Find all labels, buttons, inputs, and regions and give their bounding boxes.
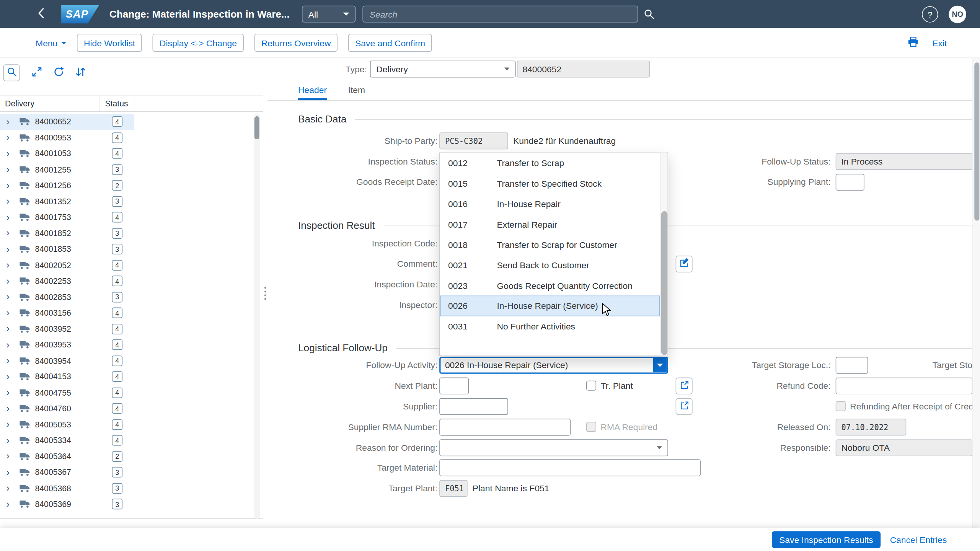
worklist-row[interactable]: › 84001053 4 bbox=[0, 146, 134, 162]
worklist-row[interactable]: › 84005364 2 bbox=[0, 448, 134, 465]
combobox-dropdown-button[interactable] bbox=[653, 358, 667, 372]
chevron-right-icon[interactable]: › bbox=[6, 308, 14, 318]
worklist-row[interactable]: › 84005369 3 bbox=[0, 496, 134, 512]
shell-search-field[interactable] bbox=[363, 6, 638, 23]
worklist-row[interactable]: › 84003954 4 bbox=[0, 353, 134, 369]
chevron-right-icon[interactable]: › bbox=[6, 388, 14, 398]
returns-overview-button[interactable]: Returns Overview bbox=[254, 34, 338, 52]
sort-button[interactable] bbox=[72, 64, 90, 82]
worklist-row[interactable]: › 84004755 4 bbox=[0, 385, 134, 401]
back-button[interactable] bbox=[33, 6, 49, 22]
display-change-button[interactable]: Display <-> Change bbox=[153, 34, 244, 52]
dropdown-item[interactable]: 0015 Transfer to Specified Stock bbox=[440, 173, 660, 194]
next-plant-input[interactable] bbox=[439, 377, 469, 394]
rma-required-checkbox[interactable] bbox=[586, 422, 596, 432]
worklist-row[interactable]: › 84003952 4 bbox=[0, 321, 134, 337]
refresh-button[interactable] bbox=[50, 64, 68, 82]
worklist-row[interactable]: › 84003953 4 bbox=[0, 337, 134, 353]
chevron-right-icon[interactable]: › bbox=[6, 165, 14, 174]
chevron-right-icon[interactable]: › bbox=[6, 212, 14, 222]
menu-button[interactable]: Menu bbox=[36, 38, 66, 48]
dropdown-item[interactable]: 0016 In-House Repair bbox=[440, 194, 660, 214]
chevron-right-icon[interactable]: › bbox=[6, 244, 14, 254]
search-icon[interactable] bbox=[644, 9, 655, 20]
target-storage-loc-input[interactable] bbox=[836, 357, 868, 373]
chevron-right-icon[interactable]: › bbox=[6, 228, 14, 238]
refunding-checkbox[interactable] bbox=[836, 401, 846, 411]
worklist-row[interactable]: › 84005334 4 bbox=[0, 432, 134, 448]
search-scope-select[interactable]: All bbox=[302, 6, 355, 23]
chevron-right-icon[interactable]: › bbox=[6, 340, 14, 350]
chevron-right-icon[interactable]: › bbox=[6, 260, 14, 270]
chevron-right-icon[interactable]: › bbox=[6, 117, 14, 127]
worklist-row[interactable]: › 84003156 4 bbox=[0, 305, 134, 321]
worklist-row[interactable]: › 84004760 4 bbox=[0, 401, 134, 417]
worklist-row[interactable]: › 84004153 4 bbox=[0, 369, 134, 385]
dropdown-item[interactable]: 0012 Transfer to Scrap bbox=[440, 153, 660, 173]
dropdown-scrollbar-thumb[interactable] bbox=[661, 211, 667, 355]
worklist-row[interactable]: › 84005367 3 bbox=[0, 465, 134, 481]
dropdown-item[interactable]: 0018 Transfer to Scrap for Customer bbox=[440, 235, 660, 255]
chevron-right-icon[interactable]: › bbox=[6, 404, 14, 414]
chevron-right-icon[interactable]: › bbox=[6, 181, 14, 191]
supplying-plant-input[interactable] bbox=[836, 173, 864, 190]
worklist-row[interactable]: › 84001753 4 bbox=[0, 209, 134, 225]
worklist-row[interactable]: › 84002052 4 bbox=[0, 257, 134, 273]
supplier-value-help-button[interactable] bbox=[676, 398, 693, 415]
tab-item[interactable]: Item bbox=[348, 85, 365, 100]
column-header-delivery[interactable]: Delivery bbox=[0, 96, 100, 111]
worklist-scrollbar[interactable] bbox=[254, 114, 260, 518]
chevron-right-icon[interactable]: › bbox=[6, 196, 14, 206]
dropdown-item[interactable]: 0031 No Further Activities bbox=[440, 316, 660, 336]
expand-arrows-button[interactable] bbox=[28, 64, 46, 82]
tab-header[interactable]: Header bbox=[298, 85, 327, 100]
save-inspection-results-button[interactable]: Save Inspection Results bbox=[772, 531, 881, 548]
print-icon[interactable] bbox=[907, 36, 918, 49]
follow-up-activity-combobox[interactable]: 0026 In-House Repair (Service) bbox=[439, 357, 668, 373]
save-and-confirm-button[interactable]: Save and Confirm bbox=[348, 34, 432, 52]
main-scrollbar[interactable] bbox=[972, 58, 980, 528]
chevron-right-icon[interactable]: › bbox=[6, 372, 14, 381]
supplier-rma-input[interactable] bbox=[439, 418, 571, 435]
dropdown-item[interactable]: 0017 External Repair bbox=[440, 214, 660, 235]
worklist-row[interactable]: › 84001352 3 bbox=[0, 194, 134, 210]
worklist-row[interactable]: › 84001255 3 bbox=[0, 161, 134, 178]
help-button[interactable]: ? bbox=[922, 6, 938, 22]
target-material-input[interactable] bbox=[439, 459, 701, 476]
panel-splitter[interactable] bbox=[263, 58, 267, 528]
hide-worklist-button[interactable]: Hide Worklist bbox=[77, 34, 142, 52]
chevron-right-icon[interactable]: › bbox=[6, 148, 14, 158]
exit-link[interactable]: Exit bbox=[932, 38, 947, 48]
chevron-right-icon[interactable]: › bbox=[6, 499, 14, 509]
main-scrollbar-thumb[interactable] bbox=[974, 62, 979, 220]
worklist-row[interactable]: › 84005053 4 bbox=[0, 417, 134, 433]
worklist-search-button[interactable] bbox=[3, 64, 20, 81]
sap-logo[interactable]: SAP bbox=[61, 5, 99, 23]
chevron-right-icon[interactable]: › bbox=[6, 276, 14, 286]
cancel-entries-link[interactable]: Cancel Entries bbox=[890, 535, 947, 544]
chevron-right-icon[interactable]: › bbox=[6, 419, 14, 429]
chevron-right-icon[interactable]: › bbox=[6, 467, 14, 477]
chevron-right-icon[interactable]: › bbox=[6, 324, 14, 334]
worklist-row[interactable]: › 84001853 3 bbox=[0, 241, 134, 257]
column-header-status[interactable]: Status bbox=[100, 96, 134, 111]
worklist-row[interactable]: › 84000953 4 bbox=[0, 130, 134, 146]
worklist-scrollbar-thumb[interactable] bbox=[254, 116, 259, 139]
chevron-right-icon[interactable]: › bbox=[6, 452, 14, 461]
chevron-right-icon[interactable]: › bbox=[6, 292, 14, 302]
search-input[interactable] bbox=[370, 9, 631, 19]
worklist-row[interactable]: › 84000652 4 bbox=[0, 114, 134, 130]
chevron-right-icon[interactable]: › bbox=[6, 356, 14, 366]
worklist-row[interactable]: › 84002253 4 bbox=[0, 273, 134, 289]
refund-code-input[interactable] bbox=[836, 377, 973, 394]
edit-comment-button[interactable] bbox=[676, 255, 693, 272]
worklist-row[interactable]: › 84001256 2 bbox=[0, 178, 134, 194]
worklist-row[interactable]: › 84002853 3 bbox=[0, 289, 134, 305]
supplier-input[interactable] bbox=[439, 398, 508, 415]
dropdown-item[interactable]: 0021 Send Back to Customer bbox=[440, 255, 660, 275]
dropdown-item[interactable]: 0026 In-House Repair (Service) bbox=[440, 296, 660, 316]
chevron-right-icon[interactable]: › bbox=[6, 483, 14, 493]
dropdown-scrollbar[interactable] bbox=[660, 153, 668, 356]
next-plant-value-help-button[interactable] bbox=[676, 377, 693, 394]
chevron-right-icon[interactable]: › bbox=[6, 133, 14, 143]
